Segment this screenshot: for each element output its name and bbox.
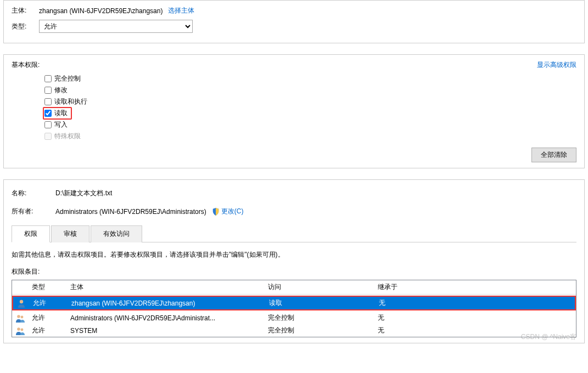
cell-access: 读取: [266, 296, 376, 310]
table-row-highlight: 允许 zhangsan (WIN-6JFV2DR59EJ\zhangsan) 读…: [12, 296, 576, 310]
multi-user-icon: [15, 313, 25, 323]
perm-read-execute: 读取和执行: [44, 96, 576, 108]
entries-label: 权限条目:: [12, 267, 576, 276]
tab-effective-access[interactable]: 有效访问: [91, 225, 142, 242]
principal-type-panel: 主体: zhangsan (WIN-6JFV2DR59EJ\zhangsan) …: [3, 0, 585, 43]
perm-write: 写入: [44, 119, 576, 131]
type-row: 类型: 允许: [12, 20, 576, 33]
shield-icon: [212, 208, 220, 216]
svg-point-4: [21, 328, 24, 331]
principal-name: zhangsan (WIN-6JFV2DR59EJ\zhangsan): [39, 7, 163, 15]
col-type[interactable]: 类型: [29, 280, 67, 294]
basic-permissions-title: 基本权限:: [12, 60, 40, 70]
table-row[interactable]: 允许 zhangsan (WIN-6JFV2DR59EJ\zhangsan) 读…: [13, 297, 575, 309]
cell-principal: SYSTEM: [67, 325, 265, 337]
permission-entries-table: 类型 主体 访问 继承于 允许 zhangsan (WIN-6JFV2DR59E…: [12, 280, 576, 337]
cell-inherited: 无: [376, 296, 575, 310]
svg-point-1: [17, 315, 20, 318]
perm-label: 写入: [54, 120, 68, 129]
svg-point-2: [21, 315, 24, 318]
cell-access: 完全控制: [265, 311, 374, 325]
principal-row: 主体: zhangsan (WIN-6JFV2DR59EJ\zhangsan) …: [12, 6, 576, 15]
cell-type: 允许: [29, 324, 67, 337]
perm-label: 读取和执行: [54, 97, 87, 106]
perm-read: 读取: [44, 108, 576, 119]
perm-label: 特殊权限: [54, 132, 81, 141]
perm-checkbox-write[interactable]: [44, 121, 52, 128]
tab-permissions[interactable]: 权限: [12, 225, 50, 242]
perm-checkbox-modify[interactable]: [44, 87, 52, 94]
cell-type: 允许: [29, 311, 67, 325]
perm-checkbox-read[interactable]: [44, 110, 52, 117]
perm-read-highlight: 读取: [43, 107, 72, 120]
name-row: 名称: D:\新建文本文档.txt: [12, 189, 576, 198]
permissions-list: 完全控制 修改 读取和执行 读取 写入 特殊权限: [44, 73, 576, 142]
perm-checkbox-full-control[interactable]: [44, 75, 52, 82]
table-row[interactable]: 允许 Administrators (WIN-6JFV2DR59EJ\Admin…: [12, 312, 576, 324]
col-access[interactable]: 访问: [265, 280, 374, 294]
perm-label: 完全控制: [54, 74, 81, 83]
principal-label: 主体:: [12, 6, 39, 15]
cell-inherited: 无: [374, 311, 576, 325]
name-label: 名称:: [12, 189, 55, 198]
col-inherited[interactable]: 继承于: [374, 280, 576, 294]
cell-type: 允许: [30, 296, 68, 310]
clear-all-button[interactable]: 全部清除: [531, 148, 576, 162]
svg-point-3: [17, 327, 20, 331]
perm-full-control: 完全控制: [44, 73, 576, 84]
basic-permissions-panel: 基本权限: 显示高级权限 完全控制 修改 读取和执行 读取 写入 特殊权限: [3, 54, 585, 168]
show-advanced-link[interactable]: 显示高级权限: [537, 60, 576, 70]
type-label: 类型:: [12, 22, 39, 31]
advanced-security-panel: 名称: D:\新建文本文档.txt 所有者: Administrators (W…: [3, 179, 585, 343]
table-row[interactable]: 允许 SYSTEM 完全控制 无: [12, 324, 576, 337]
col-principal[interactable]: 主体: [67, 280, 265, 294]
select-principal-link[interactable]: 选择主体: [168, 6, 194, 15]
perm-label: 读取: [54, 109, 68, 118]
tabs: 权限 审核 有效访问: [12, 225, 576, 242]
type-select[interactable]: 允许: [39, 20, 193, 33]
cell-principal: Administrators (WIN-6JFV2DR59EJ\Administ…: [67, 312, 265, 324]
name-value: D:\新建文本文档.txt: [55, 189, 112, 198]
owner-value: Administrators (WIN-6JFV2DR59EJ\Administ…: [55, 208, 206, 216]
cell-inherited: 无: [374, 324, 576, 337]
single-user-icon: [16, 298, 26, 308]
multi-user-icon: [15, 326, 25, 336]
table-header: 类型 主体 访问 继承于: [12, 280, 576, 295]
owner-row: 所有者: Administrators (WIN-6JFV2DR59EJ\Adm…: [12, 207, 576, 216]
svg-point-0: [20, 299, 23, 303]
cell-access: 完全控制: [265, 324, 374, 337]
change-owner-link[interactable]: 更改(C): [221, 207, 244, 216]
perm-label: 修改: [54, 86, 68, 95]
perm-checkbox-special: [44, 133, 52, 140]
perm-special: 特殊权限: [44, 131, 576, 142]
instruction-text: 如需其他信息，请双击权限项目。若要修改权限项目，请选择该项目并单击"编辑"(如果…: [12, 250, 576, 259]
perm-checkbox-read-execute[interactable]: [44, 98, 52, 105]
cell-principal: zhangsan (WIN-6JFV2DR59EJ\zhangsan): [68, 297, 266, 309]
tab-audit[interactable]: 审核: [51, 225, 89, 242]
perm-modify: 修改: [44, 84, 576, 96]
owner-label: 所有者:: [12, 207, 55, 216]
